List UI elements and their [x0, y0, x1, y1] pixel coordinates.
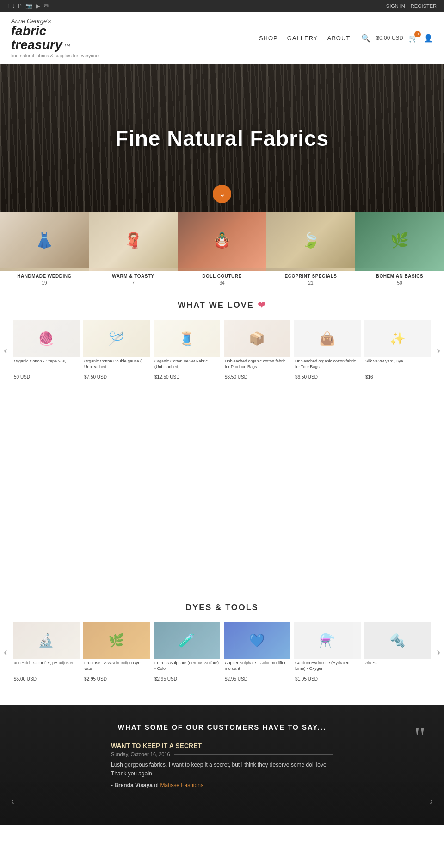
product-name-1: Organic Cotton - Crepe 20s,	[13, 357, 80, 374]
hero-title: Fine Natural Fabrics	[115, 126, 329, 151]
cart-price: $0.00 USD	[376, 35, 403, 41]
dye-img-6: 🔩	[364, 622, 431, 659]
heart-icon: ❤	[258, 300, 266, 311]
carousel-prev-button[interactable]: ‹	[0, 344, 11, 357]
product-img-5: 👜	[294, 320, 361, 357]
author-name: - Brenda Visaya	[111, 782, 153, 788]
product-name-2: Organic Cotton Double gauze ( Unbleached	[83, 357, 150, 374]
logo-tagline: fine natural fabrics & supplies for ever…	[11, 53, 99, 58]
dye-card-1[interactable]: 🔬 aric Acid - Color fier, pH adjuster $5…	[11, 620, 81, 684]
carousel-next-button[interactable]: ›	[433, 344, 444, 357]
register-link[interactable]: REGISTER	[411, 3, 437, 9]
category-bohemian[interactable]: 🌿 BOHEMIAN BASICS 50	[355, 212, 444, 288]
dye-card-5[interactable]: ⚗️ Calcium Hydroxide (Hydrated Lime) - O…	[292, 620, 363, 684]
logo[interactable]: Anne George's fabric treasury TM fine na…	[11, 18, 99, 58]
dye-card-3[interactable]: 🧪 Ferrous Sulphate (Ferrous Sulfate) - C…	[152, 620, 222, 684]
testimonial-next-button[interactable]: ›	[430, 796, 433, 806]
account-button[interactable]: 👤	[424, 34, 433, 43]
sign-in-link[interactable]: SIGN IN	[386, 3, 405, 9]
testimonial-title: WANT TO KEEP IT A SECRET	[111, 742, 333, 749]
dye-name-6: Alu Sul	[364, 659, 431, 675]
category-label-5: BOHEMIAN BASICS	[355, 271, 444, 281]
dyes-carousel-next[interactable]: ›	[433, 646, 444, 659]
quote-mark: "	[414, 723, 426, 751]
top-bar: f t P 📷 ▶ ✉ SIGN IN REGISTER	[0, 0, 444, 12]
product-img-3: 🧵	[154, 320, 220, 357]
hero-scroll-button[interactable]: ⌄	[213, 185, 231, 203]
product-img-6: ✨	[364, 320, 431, 357]
dye-img-1: 🔬	[13, 622, 80, 659]
testimonials-title: WHAT SOME OF OUR CUSTOMERS HAVE TO SAY..…	[11, 723, 433, 731]
category-img-2: 🧣	[89, 212, 178, 268]
what-we-love-text: WHAT WE LOVE	[178, 300, 254, 310]
category-img-5: 🌿	[355, 212, 444, 268]
product-card-2[interactable]: 🪡 Organic Cotton Double gauze ( Unbleach…	[81, 318, 152, 382]
category-count-4: 21	[266, 281, 355, 288]
category-label-1: HANDMADE WEDDING	[0, 271, 89, 281]
product-price-5: $6.50 USD	[294, 374, 361, 381]
social-links: f t P 📷 ▶ ✉	[7, 3, 49, 9]
product-name-3: Organic Cotton Velvet Fabric (Unbleached…	[154, 357, 220, 374]
cart-badge: 0	[414, 31, 421, 37]
testimonial-date: Sunday, October 16, 2016	[111, 751, 333, 757]
product-card-3[interactable]: 🧵 Organic Cotton Velvet Fabric (Unbleach…	[152, 318, 222, 382]
dye-img-3: 🧪	[154, 622, 220, 659]
product-img-1: 🧶	[13, 320, 80, 357]
author-link[interactable]: Matisse Fashions	[160, 782, 204, 788]
category-warm-toasty[interactable]: 🧣 WARM & TOASTY 7	[89, 212, 178, 288]
header-icons: 🔍 $0.00 USD 🛒 0 👤	[361, 34, 433, 43]
product-name-5: Unbleached organic cotton fabric for Tot…	[294, 357, 361, 374]
testimonial-navigation: ‹ ›	[11, 796, 433, 806]
testimonial-text: Lush gorgeous fabrics, I want to keep it…	[111, 761, 333, 778]
categories-row: 👗 HANDMADE WEDDING 19 🧣 WARM & TOASTY 7 …	[0, 212, 444, 288]
product-card-6[interactable]: ✨ Silk velvet yard, Dye $16	[363, 318, 433, 382]
dyes-carousel: ‹ 🔬 aric Acid - Color fier, pH adjuster …	[0, 620, 444, 695]
category-label-3: DOLL COUTURE	[178, 271, 266, 281]
site-header: Anne George's fabric treasury TM fine na…	[0, 12, 444, 64]
nav-shop[interactable]: SHOP	[259, 35, 278, 42]
category-label-4: ECOPRINT SPECIALS	[266, 271, 355, 281]
product-name-4: Unbleached organic cotton fabric for Pro…	[224, 357, 290, 374]
what-we-love-section: WHAT WE LOVE ❤ ‹ 🧶 Organic Cotton - Crep…	[0, 288, 444, 401]
facebook-icon[interactable]: f	[7, 3, 9, 9]
dye-img-4: 💙	[224, 622, 290, 659]
category-doll-couture[interactable]: 🪆 DOLL COUTURE 34	[178, 212, 266, 288]
dye-price-1: $5.00 USD	[13, 675, 80, 682]
product-price-3: $12.50 USD	[154, 374, 220, 381]
youtube-icon[interactable]: ▶	[36, 3, 40, 9]
cart-icon-container: 🛒 0	[409, 34, 418, 43]
category-handmade-wedding[interactable]: 👗 HANDMADE WEDDING 19	[0, 212, 89, 288]
category-img-4: 🍃	[266, 212, 355, 268]
category-ecoprint[interactable]: 🍃 ECOPRINT SPECIALS 21	[266, 212, 355, 288]
dyes-row: 🔬 aric Acid - Color fier, pH adjuster $5…	[11, 620, 433, 684]
logo-treasury: treasury	[11, 37, 62, 52]
search-button[interactable]: 🔍	[361, 34, 370, 43]
testimonial-prev-button[interactable]: ‹	[11, 796, 14, 806]
dyes-tools-title: DYES & TOOLS	[0, 595, 444, 620]
what-we-love-title: WHAT WE LOVE ❤	[0, 288, 444, 318]
logo-text: Anne George's fabric treasury TM	[11, 18, 99, 52]
dye-img-5: ⚗️	[294, 622, 361, 659]
dyes-carousel-prev[interactable]: ‹	[0, 646, 11, 659]
product-price-2: $7.50 USD	[83, 374, 150, 381]
dye-card-2[interactable]: 🌿 Fructose - Assist in Indigo Dye vats $…	[81, 620, 152, 684]
product-card-4[interactable]: 📦 Unbleached organic cotton fabric for P…	[222, 318, 292, 382]
product-card-1[interactable]: 🧶 Organic Cotton - Crepe 20s, 50 USD	[11, 318, 81, 382]
nav-gallery[interactable]: GALLERY	[287, 35, 318, 42]
email-icon[interactable]: ✉	[44, 3, 49, 9]
twitter-icon[interactable]: t	[12, 3, 14, 9]
nav-links: SHOP GALLERY ABOUT	[259, 35, 350, 42]
instagram-icon[interactable]: 📷	[25, 3, 32, 9]
product-card-5[interactable]: 👜 Unbleached organic cotton fabric for T…	[292, 318, 363, 382]
dyes-tools-section: DYES & TOOLS ‹ 🔬 aric Acid - Color fier,…	[0, 586, 444, 705]
product-price-1: 50 USD	[13, 374, 80, 381]
dye-name-3: Ferrous Sulphate (Ferrous Sulfate) - Col…	[154, 659, 220, 675]
nav-about[interactable]: ABOUT	[327, 35, 351, 42]
pinterest-icon[interactable]: P	[18, 3, 22, 9]
dye-price-6	[364, 675, 431, 677]
dye-card-4[interactable]: 💙 Copper Sulphate - Color modifier, mord…	[222, 620, 292, 684]
dye-card-6[interactable]: 🔩 Alu Sul	[363, 620, 433, 684]
testimonial-author: - Brenda Visaya of Matisse Fashions	[111, 782, 333, 788]
testimonial-box: WANT TO KEEP IT A SECRET Sunday, October…	[111, 742, 333, 788]
category-img-3: 🪆	[178, 212, 266, 268]
